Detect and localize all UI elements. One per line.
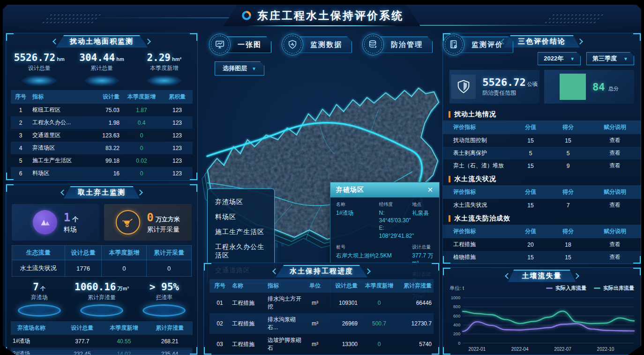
table-row: 6料场区160123 — [11, 167, 193, 180]
section-accent-bar — [449, 215, 450, 222]
panel-soil-borrow-dump: 取土弃土监测 1个 料场 0万立方米 累计开采量 — [6, 184, 198, 355]
soil-loss-line-chart[interactable]: 020040060080010002022-012022-042022-0720… — [447, 294, 637, 355]
svg-text:2022-01: 2022-01 — [468, 347, 486, 352]
stat-dump-sites: 7个 弃渣场 — [8, 281, 70, 317]
panel-title-bar: 扰动土地面积监测 — [6, 34, 197, 48]
table-row: 水土流失状况157查看 — [443, 199, 641, 211]
year-select[interactable]: 2022年▼ — [538, 52, 581, 65]
table-row: 1枢纽工程区75.031.87123 — [11, 104, 193, 116]
table-row: 03工程措施边坡护脚浆砌石m³1330005740 — [210, 334, 434, 355]
hex-pedestal — [21, 75, 58, 86]
section-title: 扰动土地情况 — [443, 107, 641, 121]
nav-prevention-button[interactable]: 防治管理 — [362, 34, 433, 55]
panel-disturbed-land: 扰动土地面积监测 5526.72hm 设计总量 304.44hm 累计总量 2.… — [6, 33, 198, 181]
table-row: 植物措施1515查看 — [443, 251, 641, 264]
evaluation-section: 水土流失状况评价指标分值得分赋分说明水土流失状况157查看 — [443, 172, 641, 211]
ring-pedestal — [18, 304, 61, 317]
nav-one-map-button[interactable]: 一张图 — [209, 34, 271, 55]
view-link[interactable]: 查看 — [609, 162, 621, 169]
view-link[interactable]: 查看 — [609, 254, 621, 260]
score-card: 84 总分 — [544, 70, 634, 104]
partial-table-row — [12, 350, 192, 355]
chart-unit-label: 单位: t — [449, 285, 464, 292]
disturbed-table: 序号 指标 设计量 本季度新增 累积量 1枢纽工程区75.031.871232工… — [11, 90, 193, 181]
table-row: 3交通道里区123.630123 — [11, 129, 193, 142]
section-table: 评价指标分值得分赋分说明水土流失状况157查看 — [443, 185, 641, 211]
svg-text:600: 600 — [453, 314, 460, 318]
ring-pedestal — [142, 304, 186, 317]
svg-text:0: 0 — [458, 341, 460, 346]
section-accent-bar — [449, 111, 450, 118]
legend-swatch — [546, 287, 553, 289]
layer-item[interactable]: 施工生产生活区 — [208, 225, 274, 240]
svg-text:800: 800 — [453, 304, 460, 309]
section-table: 评价指标分值得分赋分说明工程措施2018查看植物措施1515查看临时措施1010… — [443, 225, 641, 264]
stat-quarter-new: 2.29hm² 本季度新增 — [133, 52, 195, 86]
table-row: 7水库淹没区5130.120123 — [11, 180, 193, 181]
title-chevron-left-icon — [505, 273, 511, 279]
header-dots-right — [541, 13, 605, 25]
quarter-select[interactable]: 第三季度▼ — [586, 52, 634, 65]
disturbed-stats: 5526.72hm 设计总量 304.44hm 累计总量 2.29hm² 本季度… — [6, 48, 197, 87]
table-row: 水土流失状况177600 — [12, 260, 192, 277]
hex-pedestal — [83, 75, 120, 86]
evaluation-section: 水土流失防治成效评价指标分值得分赋分说明工程措施2018查看植物措施1515查看… — [443, 211, 641, 264]
svg-text:200: 200 — [453, 332, 460, 336]
table-row: 02工程措施排水沟浆砌石...m³26969500.712730.7 — [210, 313, 434, 334]
panel-title: 扰动土地面积监测 — [56, 35, 148, 48]
view-link[interactable]: 查看 — [609, 241, 621, 248]
layer-item[interactable]: 料场区 — [208, 210, 274, 225]
chart-legend: 实际入库流量 实际出库流量 — [546, 285, 634, 292]
hex-pedestal — [146, 75, 182, 86]
legend-inflow[interactable]: 实际入库流量 — [546, 285, 586, 292]
panel-title-bar: 取土弃土监测 — [6, 185, 197, 199]
responsibility-card: 5526.72公顷 防治责任范围 — [449, 70, 539, 104]
svg-text:1000: 1000 — [451, 295, 460, 300]
layer-select-button[interactable]: 选择图层 ▼ — [215, 61, 264, 76]
popup-field-place: 地点 礼泉县 — [412, 201, 434, 240]
legend-outflow[interactable]: 实际出库流量 — [594, 285, 634, 292]
panel-title-bar: 土壤流失量 — [443, 269, 641, 283]
evaluation-sections: 扰动土地情况评价指标分值得分赋分说明扰动范围控制1515查看表土剥离保护55查看… — [443, 107, 641, 264]
panel-title-bar: 水土保持工程进度 — [204, 264, 439, 278]
panel-soil-loss: 土壤流失量 单位: t 实际入库流量 实际出库流量 02004006008001… — [442, 267, 641, 355]
eco-flow-table: 生态流量 设计总量 本季度新增 累计开采量 水土流失状况177600 — [12, 245, 192, 277]
panel-title: 水土保持工程进度 — [276, 265, 367, 278]
cart-icon — [116, 210, 140, 234]
view-link[interactable]: 查看 — [609, 137, 621, 144]
title-chevron-right-icon — [365, 268, 371, 274]
chevron-down-icon: ▼ — [570, 56, 575, 61]
close-icon[interactable]: ✕ — [427, 186, 434, 194]
table-row: 弃土（石、渣）堆放159查看 — [443, 159, 641, 172]
stat-dump-volume: 1060.16万m³ 累计弃渣量 — [71, 281, 133, 317]
section-accent-bar — [449, 176, 450, 182]
layer-item[interactable]: 弃渣场区 — [208, 195, 274, 210]
popup-field-coord: 经纬度 N: 34°45'03.30" E: 108°29'41.82" — [379, 201, 412, 240]
panel-title: 土壤流失量 — [508, 270, 576, 282]
shield-pulse-icon — [282, 34, 303, 55]
table-row: 1#渣场377.740.55268.21 — [11, 335, 193, 347]
main-nav: 一张图 监测数据 防治管理 监测评价 — [209, 34, 513, 55]
panel-title: 三色评价结论 — [504, 35, 580, 48]
title-chevron-right-icon — [577, 38, 583, 45]
ring-pedestal — [80, 304, 123, 317]
view-link[interactable]: 查看 — [609, 202, 621, 208]
dashboard-screen: 东庄工程水土保持评价系统 扰动土地面积监测 5526.72hm 设计总量 304… — [3, 5, 641, 355]
table-row: 工程措施2018查看 — [443, 238, 641, 251]
map-region: 弃渣场区 料场区 施工生产生活区 工程永久办公生活区 交通道路区 弃碴场区 ✕ … — [201, 5, 442, 355]
svg-text:2022-04: 2022-04 — [511, 347, 529, 352]
table-row: 临时措施1010查看 — [443, 264, 641, 264]
header-dots-left — [39, 13, 103, 25]
progress-table: 序号 名称 指标 单位 设计总量 本季度新增 累计弃渣量 01工程措施排水沟土方… — [210, 279, 434, 355]
panel-progress: 水土保持工程进度 序号 名称 指标 单位 设计总量 本季度新增 累计弃渣量 01… — [203, 263, 440, 355]
stat-design-total: 5526.72hm 设计总量 — [8, 52, 70, 86]
layer-item[interactable]: 工程永久办公生活区 — [208, 240, 274, 263]
chevron-down-icon: ▼ — [252, 66, 256, 71]
monitor-chart-icon — [209, 34, 231, 55]
table-row: 2工程永久办公...1.980.4123 — [11, 116, 193, 129]
title-chevron-left-icon — [60, 189, 67, 196]
nav-evaluation-button[interactable]: 监测评价 — [443, 34, 513, 55]
nav-monitor-data-button[interactable]: 监测数据 — [282, 34, 352, 55]
view-link[interactable]: 查看 — [609, 150, 621, 156]
section-title: 水土流失防治成效 — [443, 211, 641, 225]
